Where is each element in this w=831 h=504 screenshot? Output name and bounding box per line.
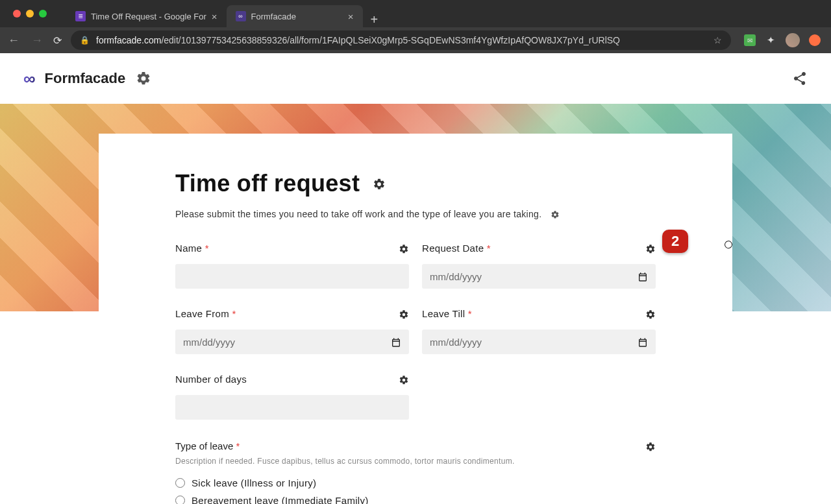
field-label: Request Date *	[422, 243, 491, 254]
field-label: Number of days	[175, 374, 247, 385]
window-maximize-button[interactable]	[39, 10, 47, 18]
reload-button[interactable]: ⟳	[53, 34, 62, 47]
field-type-of-leave: Type of leave * Description if needed. F…	[175, 439, 656, 504]
radio-label: Sick leave (Illness or Injury)	[192, 477, 316, 488]
field-request-date: Request Date *	[422, 241, 656, 289]
gear-icon	[645, 244, 656, 254]
forward-button[interactable]: →	[30, 34, 44, 47]
field-settings-button[interactable]	[645, 241, 656, 255]
radio-option[interactable]: Sick leave (Illness or Injury)	[175, 477, 656, 488]
close-icon[interactable]: ×	[212, 11, 217, 22]
field-settings-button[interactable]	[645, 439, 656, 453]
form-description: Please submit the times you need to take…	[175, 209, 541, 219]
type-options: Sick leave (Illness or Injury) Bereaveme…	[175, 477, 656, 504]
gear-icon	[373, 178, 386, 191]
star-icon[interactable]: ☆	[713, 35, 722, 45]
title-settings-button[interactable]	[373, 176, 386, 190]
extensions-icon[interactable]: ✦	[765, 34, 776, 46]
field-label: Leave Till *	[422, 308, 472, 319]
lock-icon: 🔒	[80, 36, 90, 45]
leave-from-input[interactable]	[175, 330, 409, 354]
radio-input[interactable]	[175, 478, 185, 488]
field-leave-from: Leave From *	[175, 307, 409, 354]
gear-icon	[551, 210, 560, 219]
notify-icon[interactable]	[809, 34, 821, 46]
field-settings-button[interactable]	[399, 372, 409, 386]
browser-tab-google-form[interactable]: ≡ Time Off Request - Google For ×	[66, 5, 227, 27]
gear-icon	[399, 244, 409, 254]
form-card: Time off request Please submit the times…	[99, 134, 732, 504]
field-number-of-days: Number of days	[175, 372, 409, 420]
radio-input[interactable]	[175, 496, 185, 504]
field-settings-button[interactable]	[399, 307, 409, 320]
gear-icon	[136, 71, 151, 86]
form-title: Time off request	[175, 170, 360, 197]
infinity-icon: ∞	[23, 69, 36, 89]
name-input[interactable]	[175, 264, 409, 289]
profile-avatar[interactable]	[786, 33, 800, 47]
leave-till-input[interactable]	[422, 330, 656, 354]
field-label: Name *	[175, 243, 209, 254]
step-badge-2: 2	[662, 230, 688, 253]
url-text: formfacade.com/edit/10139775342563885932…	[96, 35, 620, 45]
app-header: ∞ Formfacade	[0, 53, 831, 104]
browser-tab-bar: ≡ Time Off Request - Google For × ∞ Form…	[0, 0, 831, 27]
field-name: Name *	[175, 241, 409, 289]
address-bar: ← → ⟳ 🔒 formfacade.com/edit/101397753425…	[0, 27, 831, 53]
tab-title: Time Off Request - Google For	[91, 12, 206, 21]
number-of-days-input[interactable]	[175, 395, 409, 420]
gear-icon	[645, 309, 656, 320]
description-settings-button[interactable]	[551, 209, 560, 219]
formfacade-favicon-icon: ∞	[236, 11, 246, 21]
window-close-button[interactable]	[13, 10, 21, 18]
app-settings-button[interactable]	[136, 71, 151, 86]
radio-label: Bereavement leave (Immediate Family)	[192, 495, 369, 504]
radio-option[interactable]: Bereavement leave (Immediate Family)	[175, 495, 656, 504]
field-label: Type of leave *	[175, 440, 240, 451]
field-label: Leave From *	[175, 308, 236, 319]
extension-icons: ✉ ✦	[740, 33, 825, 47]
brand-logo[interactable]: ∞ Formfacade	[23, 69, 125, 89]
window-controls	[6, 10, 53, 18]
share-icon	[792, 71, 808, 86]
field-settings-button[interactable]	[399, 241, 409, 255]
mail-extension-icon[interactable]: ✉	[744, 34, 756, 46]
close-icon[interactable]: ×	[348, 11, 354, 22]
google-form-favicon-icon: ≡	[75, 11, 86, 21]
tab-title: Formfacade	[251, 12, 296, 21]
new-tab-button[interactable]: +	[363, 12, 386, 27]
gear-icon	[399, 375, 409, 385]
request-date-input[interactable]	[422, 264, 656, 289]
field-leave-till: Leave Till *	[422, 307, 656, 354]
back-button[interactable]: ←	[6, 34, 21, 47]
brand-name: Formfacade	[45, 70, 126, 87]
browser-chrome: ≡ Time Off Request - Google For × ∞ Form…	[0, 0, 831, 53]
browser-tab-formfacade[interactable]: ∞ Formfacade ×	[227, 5, 363, 27]
field-description: Description if needed. Fusce dapibus, te…	[175, 457, 656, 466]
gear-icon	[645, 442, 656, 452]
field-settings-button[interactable]	[645, 307, 656, 320]
window-minimize-button[interactable]	[26, 10, 34, 18]
gear-icon	[399, 309, 409, 320]
url-input[interactable]: 🔒 formfacade.com/edit/101397753425638859…	[71, 30, 731, 50]
share-button[interactable]	[792, 71, 808, 86]
